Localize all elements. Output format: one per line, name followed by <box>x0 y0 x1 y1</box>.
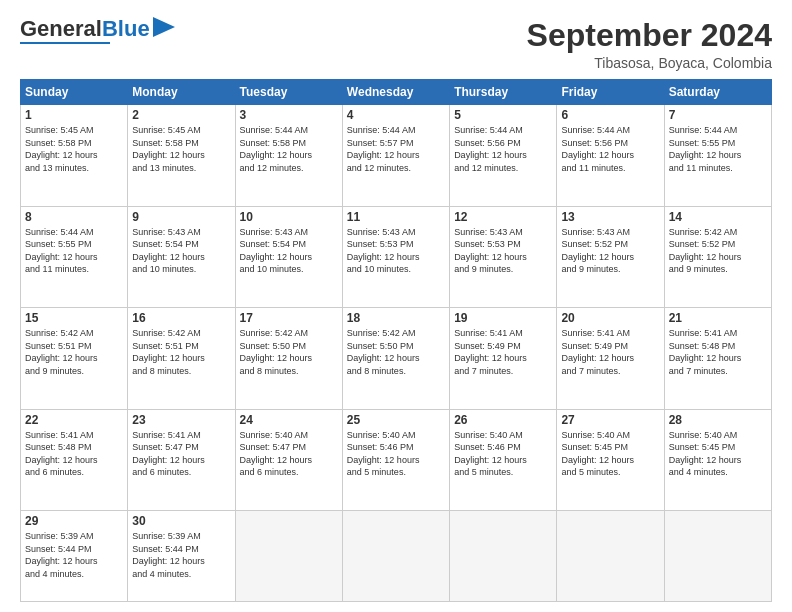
day-number: 11 <box>347 210 445 224</box>
day-info: Sunrise: 5:44 AM Sunset: 5:55 PM Dayligh… <box>25 226 123 276</box>
calendar-cell: 24Sunrise: 5:40 AM Sunset: 5:47 PM Dayli… <box>235 409 342 510</box>
logo-top: GeneralBlue <box>20 18 175 40</box>
day-info: Sunrise: 5:40 AM Sunset: 5:47 PM Dayligh… <box>240 429 338 479</box>
calendar-row: 22Sunrise: 5:41 AM Sunset: 5:48 PM Dayli… <box>21 409 772 510</box>
day-number: 23 <box>132 413 230 427</box>
day-number: 4 <box>347 108 445 122</box>
calendar-cell: 23Sunrise: 5:41 AM Sunset: 5:47 PM Dayli… <box>128 409 235 510</box>
calendar-cell <box>557 511 664 602</box>
day-info: Sunrise: 5:41 AM Sunset: 5:49 PM Dayligh… <box>454 327 552 377</box>
day-info: Sunrise: 5:43 AM Sunset: 5:53 PM Dayligh… <box>454 226 552 276</box>
day-number: 30 <box>132 514 230 528</box>
calendar-cell: 3Sunrise: 5:44 AM Sunset: 5:58 PM Daylig… <box>235 105 342 206</box>
calendar-cell: 13Sunrise: 5:43 AM Sunset: 5:52 PM Dayli… <box>557 206 664 307</box>
day-info: Sunrise: 5:44 AM Sunset: 5:57 PM Dayligh… <box>347 124 445 174</box>
calendar-cell: 7Sunrise: 5:44 AM Sunset: 5:55 PM Daylig… <box>664 105 771 206</box>
calendar-cell: 20Sunrise: 5:41 AM Sunset: 5:49 PM Dayli… <box>557 308 664 409</box>
day-info: Sunrise: 5:44 AM Sunset: 5:56 PM Dayligh… <box>454 124 552 174</box>
day-number: 6 <box>561 108 659 122</box>
calendar-cell: 4Sunrise: 5:44 AM Sunset: 5:57 PM Daylig… <box>342 105 449 206</box>
col-header-tuesday: Tuesday <box>235 80 342 105</box>
day-number: 27 <box>561 413 659 427</box>
day-info: Sunrise: 5:40 AM Sunset: 5:45 PM Dayligh… <box>561 429 659 479</box>
day-info: Sunrise: 5:43 AM Sunset: 5:54 PM Dayligh… <box>240 226 338 276</box>
page: GeneralBlue September 2024 Tibasosa, Boy… <box>0 0 792 612</box>
calendar-cell: 28Sunrise: 5:40 AM Sunset: 5:45 PM Dayli… <box>664 409 771 510</box>
day-info: Sunrise: 5:40 AM Sunset: 5:45 PM Dayligh… <box>669 429 767 479</box>
day-info: Sunrise: 5:39 AM Sunset: 5:44 PM Dayligh… <box>25 530 123 580</box>
day-info: Sunrise: 5:41 AM Sunset: 5:47 PM Dayligh… <box>132 429 230 479</box>
day-number: 13 <box>561 210 659 224</box>
day-info: Sunrise: 5:45 AM Sunset: 5:58 PM Dayligh… <box>132 124 230 174</box>
logo-blue: Blue <box>102 16 150 41</box>
day-number: 18 <box>347 311 445 325</box>
calendar-row: 29Sunrise: 5:39 AM Sunset: 5:44 PM Dayli… <box>21 511 772 602</box>
day-info: Sunrise: 5:44 AM Sunset: 5:58 PM Dayligh… <box>240 124 338 174</box>
day-info: Sunrise: 5:45 AM Sunset: 5:58 PM Dayligh… <box>25 124 123 174</box>
day-info: Sunrise: 5:44 AM Sunset: 5:55 PM Dayligh… <box>669 124 767 174</box>
calendar-cell: 5Sunrise: 5:44 AM Sunset: 5:56 PM Daylig… <box>450 105 557 206</box>
calendar-cell: 14Sunrise: 5:42 AM Sunset: 5:52 PM Dayli… <box>664 206 771 307</box>
day-info: Sunrise: 5:44 AM Sunset: 5:56 PM Dayligh… <box>561 124 659 174</box>
calendar-cell: 16Sunrise: 5:42 AM Sunset: 5:51 PM Dayli… <box>128 308 235 409</box>
col-header-thursday: Thursday <box>450 80 557 105</box>
logo-text: GeneralBlue <box>20 18 150 40</box>
location: Tibasosa, Boyaca, Colombia <box>527 55 772 71</box>
day-number: 21 <box>669 311 767 325</box>
day-number: 8 <box>25 210 123 224</box>
day-number: 2 <box>132 108 230 122</box>
calendar-cell: 15Sunrise: 5:42 AM Sunset: 5:51 PM Dayli… <box>21 308 128 409</box>
calendar-cell: 12Sunrise: 5:43 AM Sunset: 5:53 PM Dayli… <box>450 206 557 307</box>
day-number: 14 <box>669 210 767 224</box>
col-header-sunday: Sunday <box>21 80 128 105</box>
day-number: 24 <box>240 413 338 427</box>
calendar-header-row: SundayMondayTuesdayWednesdayThursdayFrid… <box>21 80 772 105</box>
calendar-cell <box>450 511 557 602</box>
day-info: Sunrise: 5:43 AM Sunset: 5:52 PM Dayligh… <box>561 226 659 276</box>
calendar-cell: 6Sunrise: 5:44 AM Sunset: 5:56 PM Daylig… <box>557 105 664 206</box>
day-number: 22 <box>25 413 123 427</box>
day-info: Sunrise: 5:42 AM Sunset: 5:51 PM Dayligh… <box>132 327 230 377</box>
svg-marker-0 <box>153 17 175 37</box>
day-number: 17 <box>240 311 338 325</box>
day-number: 29 <box>25 514 123 528</box>
calendar-row: 8Sunrise: 5:44 AM Sunset: 5:55 PM Daylig… <box>21 206 772 307</box>
day-number: 7 <box>669 108 767 122</box>
day-info: Sunrise: 5:40 AM Sunset: 5:46 PM Dayligh… <box>347 429 445 479</box>
calendar-cell <box>664 511 771 602</box>
day-info: Sunrise: 5:39 AM Sunset: 5:44 PM Dayligh… <box>132 530 230 580</box>
calendar-cell: 10Sunrise: 5:43 AM Sunset: 5:54 PM Dayli… <box>235 206 342 307</box>
day-number: 20 <box>561 311 659 325</box>
header: GeneralBlue September 2024 Tibasosa, Boy… <box>20 18 772 71</box>
calendar-cell: 1Sunrise: 5:45 AM Sunset: 5:58 PM Daylig… <box>21 105 128 206</box>
day-info: Sunrise: 5:40 AM Sunset: 5:46 PM Dayligh… <box>454 429 552 479</box>
calendar-cell: 27Sunrise: 5:40 AM Sunset: 5:45 PM Dayli… <box>557 409 664 510</box>
logo: GeneralBlue <box>20 18 175 44</box>
calendar-cell: 25Sunrise: 5:40 AM Sunset: 5:46 PM Dayli… <box>342 409 449 510</box>
day-info: Sunrise: 5:41 AM Sunset: 5:49 PM Dayligh… <box>561 327 659 377</box>
day-number: 12 <box>454 210 552 224</box>
day-number: 26 <box>454 413 552 427</box>
calendar-row: 1Sunrise: 5:45 AM Sunset: 5:58 PM Daylig… <box>21 105 772 206</box>
calendar-cell: 18Sunrise: 5:42 AM Sunset: 5:50 PM Dayli… <box>342 308 449 409</box>
calendar-cell: 8Sunrise: 5:44 AM Sunset: 5:55 PM Daylig… <box>21 206 128 307</box>
calendar-cell: 22Sunrise: 5:41 AM Sunset: 5:48 PM Dayli… <box>21 409 128 510</box>
day-info: Sunrise: 5:41 AM Sunset: 5:48 PM Dayligh… <box>25 429 123 479</box>
month-year: September 2024 <box>527 18 772 53</box>
day-number: 19 <box>454 311 552 325</box>
day-number: 25 <box>347 413 445 427</box>
calendar-cell <box>235 511 342 602</box>
day-info: Sunrise: 5:42 AM Sunset: 5:52 PM Dayligh… <box>669 226 767 276</box>
day-number: 10 <box>240 210 338 224</box>
col-header-monday: Monday <box>128 80 235 105</box>
day-info: Sunrise: 5:43 AM Sunset: 5:53 PM Dayligh… <box>347 226 445 276</box>
day-info: Sunrise: 5:42 AM Sunset: 5:50 PM Dayligh… <box>347 327 445 377</box>
calendar-cell: 30Sunrise: 5:39 AM Sunset: 5:44 PM Dayli… <box>128 511 235 602</box>
day-info: Sunrise: 5:43 AM Sunset: 5:54 PM Dayligh… <box>132 226 230 276</box>
calendar-row: 15Sunrise: 5:42 AM Sunset: 5:51 PM Dayli… <box>21 308 772 409</box>
calendar-cell <box>342 511 449 602</box>
day-number: 15 <box>25 311 123 325</box>
calendar-table: SundayMondayTuesdayWednesdayThursdayFrid… <box>20 79 772 602</box>
day-number: 5 <box>454 108 552 122</box>
day-number: 9 <box>132 210 230 224</box>
